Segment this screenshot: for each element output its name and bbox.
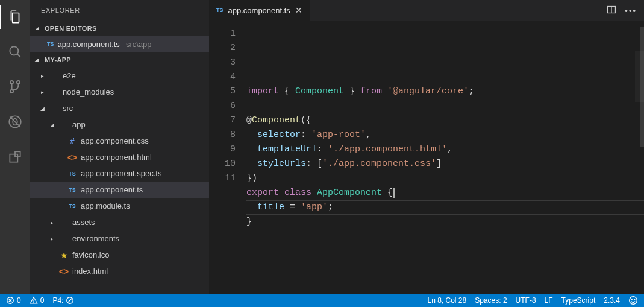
sidebar-title: EXPLORER — [30, 0, 209, 21]
tree-label: app.component.html — [81, 153, 152, 162]
folder-environments[interactable]: ▸environments — [30, 230, 209, 247]
folder-e2e[interactable]: ▸e2e — [30, 68, 209, 84]
activity-extensions-icon[interactable] — [0, 145, 30, 169]
svg-point-15 — [33, 302, 34, 303]
file-favicon.ico[interactable]: ★favicon.ico — [30, 247, 209, 263]
file-icon: TS — [67, 187, 77, 193]
file-icon: <> — [67, 153, 77, 162]
file-icon: <> — [59, 267, 69, 276]
status-spaces[interactable]: Spaces: 2 — [475, 296, 507, 305]
file-app.module.ts[interactable]: TSapp.module.ts — [30, 198, 209, 214]
tree-label: index.html — [72, 267, 108, 276]
status-cursor[interactable]: Ln 8, Col 28 — [427, 296, 466, 305]
svg-point-4 — [10, 90, 13, 93]
editor-group: TS app.component.ts ✕ ••• 1234567891011 … — [209, 0, 644, 294]
open-editor-dir: src\app — [126, 40, 152, 49]
tree-label: app.component.spec.ts — [81, 169, 161, 178]
activity-search-icon[interactable] — [0, 40, 30, 64]
tab-label: app.component.ts — [228, 6, 290, 15]
status-language[interactable]: TypeScript — [561, 296, 596, 305]
folder-node_modules[interactable]: ▸node_modules — [30, 84, 209, 100]
status-p4[interactable]: P4: — [52, 296, 74, 305]
status-eol[interactable]: LF — [545, 296, 553, 305]
feedback-icon[interactable] — [628, 296, 638, 305]
svg-point-3 — [17, 81, 20, 84]
status-errors[interactable]: 0 — [6, 296, 21, 305]
file-icon: # — [67, 136, 77, 145]
svg-point-2 — [10, 81, 13, 84]
tree-label: app.module.ts — [81, 201, 130, 210]
tree-label: favicon.ico — [72, 250, 109, 259]
svg-point-0 — [10, 46, 18, 55]
code-editor[interactable]: 1234567891011 import { Component } from … — [209, 21, 644, 294]
twistie-icon: ▸ — [48, 220, 55, 226]
tree-label: src — [63, 104, 73, 113]
twistie-icon: ▸ — [39, 73, 46, 79]
file-app.component.css[interactable]: #app.component.css — [30, 133, 209, 149]
section-open-editors[interactable]: ◢ OPEN EDITORS — [30, 21, 209, 36]
folder-app[interactable]: ◢app — [30, 116, 209, 133]
status-bar: 0 0 P4: Ln 8, Col 28 Spaces: 2 UTF-8 LF … — [0, 294, 644, 307]
ts-icon: TS — [47, 41, 54, 47]
svg-point-19 — [631, 299, 632, 300]
tree-label: node_modules — [63, 87, 114, 97]
twistie-icon: ◢ — [39, 106, 46, 112]
chevron-down-icon: ◢ — [34, 26, 41, 31]
svg-line-17 — [68, 299, 72, 303]
svg-point-20 — [634, 299, 635, 300]
activity-debug-icon[interactable] — [0, 110, 30, 134]
file-tree: ▸e2e▸node_modules◢src◢app#app.component.… — [30, 68, 209, 294]
file-index.html[interactable]: <>index.html — [30, 263, 209, 279]
section-project[interactable]: ◢ MY-APP — [30, 52, 209, 68]
ts-icon: TS — [216, 7, 224, 13]
status-encoding[interactable]: UTF-8 — [516, 296, 536, 305]
tree-label: app.component.css — [81, 136, 149, 145]
tab-bar: TS app.component.ts ✕ ••• — [209, 0, 644, 21]
file-icon: ★ — [59, 250, 69, 260]
file-app.component.ts[interactable]: TSapp.component.ts — [30, 182, 209, 198]
file-app.component.html[interactable]: <>app.component.html — [30, 149, 209, 165]
file-icon: TS — [67, 203, 77, 209]
file-app.component.spec.ts[interactable]: TSapp.component.spec.ts — [30, 165, 209, 182]
folder-src[interactable]: ◢src — [30, 100, 209, 116]
status-warnings[interactable]: 0 — [30, 296, 45, 305]
tree-label: app.component.ts — [81, 185, 143, 194]
twistie-icon: ◢ — [48, 122, 55, 128]
activity-explorer-icon[interactable] — [0, 5, 30, 29]
section-project-label: MY-APP — [45, 56, 71, 63]
svg-line-1 — [17, 54, 20, 57]
activity-git-icon[interactable] — [0, 75, 30, 99]
folder-assets[interactable]: ▸assets — [30, 214, 209, 230]
split-editor-icon[interactable] — [607, 5, 616, 16]
twistie-icon: ▸ — [39, 89, 46, 95]
chevron-down-icon: ◢ — [34, 57, 41, 62]
explorer-sidebar: EXPLORER ◢ OPEN EDITORS TS app.component… — [30, 0, 209, 294]
open-editor-item[interactable]: TS app.component.ts src\app — [30, 36, 209, 52]
tree-label: app — [72, 120, 86, 129]
activity-bar — [0, 0, 30, 294]
more-icon[interactable]: ••• — [625, 6, 637, 15]
open-editor-name: app.component.ts — [58, 40, 120, 49]
close-icon[interactable]: ✕ — [295, 5, 302, 15]
status-ext[interactable]: 2.3.4 — [604, 296, 620, 305]
file-icon: TS — [67, 171, 77, 177]
svg-rect-7 — [10, 154, 17, 162]
tree-label: e2e — [63, 71, 76, 80]
svg-point-18 — [630, 297, 637, 305]
tree-label: assets — [72, 218, 95, 227]
tab-app-component[interactable]: TS app.component.ts ✕ — [209, 0, 310, 21]
twistie-icon: ▸ — [48, 236, 55, 242]
tree-label: environments — [72, 234, 119, 243]
section-open-editors-label: OPEN EDITORS — [45, 25, 97, 32]
